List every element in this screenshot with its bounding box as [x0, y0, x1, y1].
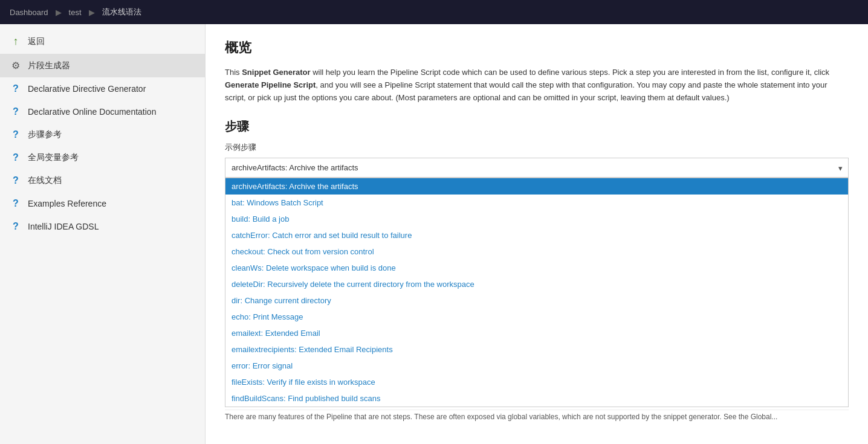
list-item[interactable]: emailext: Extended Email: [225, 325, 848, 341]
breadcrumb-dashboard[interactable]: Dashboard: [10, 8, 48, 17]
breadcrumb-sep-2: ▶: [89, 8, 95, 17]
sidebar-item-intellij-gdsl[interactable]: ? IntelliJ IDEA GDSL: [0, 215, 205, 238]
sidebar-item-declarative-online-doc[interactable]: ? Declarative Online Documentation: [0, 100, 205, 123]
question-icon-2: ?: [10, 106, 22, 117]
sidebar-item-back-label: 返回: [28, 36, 45, 47]
desc-mid1: will help you learn the Pipeline Script …: [311, 68, 829, 77]
steps-list: archiveArtifacts: Archive the artifactsb…: [225, 178, 849, 407]
description: This Snippet Generator will help you lea…: [225, 66, 849, 104]
list-item[interactable]: echo: Print Message: [225, 309, 848, 325]
desc-pre: This: [225, 68, 242, 77]
sidebar-item-online-docs[interactable]: ? 在线文档: [0, 169, 205, 192]
sidebar: ↑ 返回 ⚙ 片段生成器 ? Declarative Directive Gen…: [0, 24, 206, 444]
back-icon: ↑: [10, 35, 22, 48]
steps-section-title: 步骤: [225, 118, 849, 135]
question-icon-7: ?: [10, 221, 22, 232]
list-item[interactable]: emailextrecipients: Extended Email Recip…: [225, 341, 848, 358]
sidebar-item-online-docs-label: 在线文档: [28, 175, 62, 186]
breadcrumb-test[interactable]: test: [69, 8, 82, 17]
sidebar-item-back[interactable]: ↑ 返回: [0, 29, 205, 54]
question-icon-3: ?: [10, 129, 22, 140]
sidebar-item-intellij-label: IntelliJ IDEA GDSL: [28, 222, 99, 231]
list-item[interactable]: checkout: Check out from version control: [225, 243, 848, 260]
list-item[interactable]: catchError: Catch error and set build re…: [225, 227, 848, 243]
sidebar-item-declarative-directive[interactable]: ? Declarative Directive Generator: [0, 77, 205, 100]
step-select[interactable]: archiveArtifacts: Archive the artifactsb…: [225, 158, 849, 178]
list-item[interactable]: fingerprint: Record fingerprints of file…: [225, 407, 848, 407]
gear-icon: ⚙: [10, 60, 22, 71]
steps-label: 示例步骤: [225, 142, 849, 153]
sidebar-item-examples-ref-label: Examples Reference: [28, 199, 106, 208]
breadcrumb-sep-1: ▶: [56, 8, 62, 17]
sidebar-item-step-ref-label: 步骤参考: [28, 129, 62, 140]
sidebar-item-snippet-generator[interactable]: ⚙ 片段生成器: [0, 54, 205, 77]
list-item[interactable]: findBuildScans: Find published build sca…: [225, 390, 848, 407]
list-item[interactable]: bat: Windows Batch Script: [225, 195, 848, 211]
question-icon-5: ?: [10, 175, 22, 186]
list-item[interactable]: build: Build a job: [225, 211, 848, 227]
step-select-wrapper: archiveArtifacts: Archive the artifactsb…: [225, 158, 849, 178]
list-item[interactable]: error: Error signal: [225, 358, 848, 374]
sidebar-item-step-reference[interactable]: ? 步骤参考: [0, 123, 205, 146]
footer-note: There are many features of the Pipeline …: [225, 410, 849, 421]
sidebar-item-global-variable[interactable]: ? 全局变量参考: [0, 146, 205, 169]
list-item[interactable]: fileExists: Verify if file exists in wor…: [225, 374, 848, 390]
question-icon-4: ?: [10, 152, 22, 163]
sidebar-item-examples-reference[interactable]: ? Examples Reference: [0, 192, 205, 215]
breadcrumb-current: 流水线语法: [102, 7, 141, 18]
desc-bold1: Snippet Generator: [242, 68, 310, 77]
sidebar-item-declarative-online-doc-label: Declarative Online Documentation: [28, 107, 156, 117]
sidebar-item-declarative-directive-label: Declarative Directive Generator: [28, 84, 146, 94]
list-item[interactable]: dir: Change current directory: [225, 292, 848, 309]
top-bar: Dashboard ▶ test ▶ 流水线语法: [0, 0, 868, 24]
main-layout: ↑ 返回 ⚙ 片段生成器 ? Declarative Directive Gen…: [0, 24, 868, 444]
content-area: 概览 This Snippet Generator will help you …: [206, 24, 868, 444]
sidebar-item-global-var-label: 全局变量参考: [28, 152, 79, 163]
list-item[interactable]: deleteDir: Recursively delete the curren…: [225, 276, 848, 292]
question-icon-1: ?: [10, 83, 22, 94]
sidebar-item-snippet-label: 片段生成器: [28, 60, 70, 71]
steps-container: archiveArtifacts: Archive the artifactsb…: [225, 178, 849, 407]
list-item[interactable]: archiveArtifacts: Archive the artifacts: [225, 178, 848, 195]
desc-bold2: Generate Pipeline Script: [225, 80, 316, 89]
page-title: 概览: [225, 39, 849, 57]
desc-mid2: , and you will see a Pipeline Script sta…: [225, 80, 828, 102]
list-item[interactable]: cleanWs: Delete workspace when build is …: [225, 260, 848, 276]
question-icon-6: ?: [10, 198, 22, 209]
